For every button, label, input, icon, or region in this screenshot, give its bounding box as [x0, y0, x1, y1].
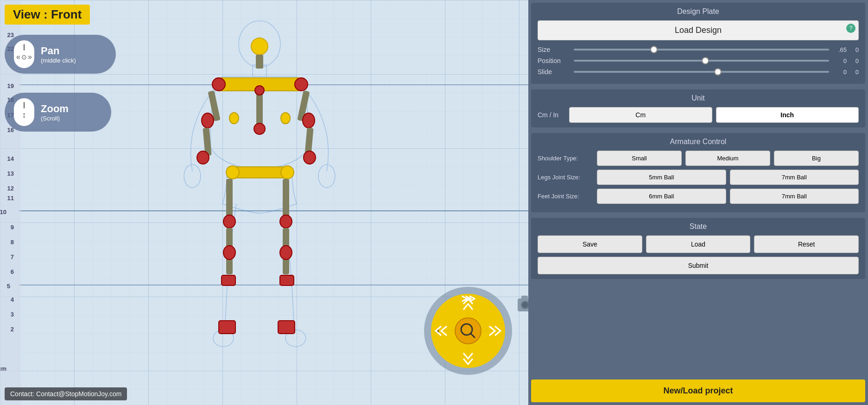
svg-rect-35: [256, 55, 263, 69]
feet-joint-row: Feet Joint Size: 6mm Ball 7mm Ball: [538, 189, 859, 204]
pan-sub: (middle click): [41, 57, 76, 64]
unit-row: Cm / In Cm Inch: [538, 107, 859, 123]
svg-point-30: [184, 165, 201, 188]
feet-6mm-button[interactable]: 6mm Ball: [597, 189, 726, 204]
svg-point-40: [202, 113, 214, 128]
unit-title: Unit: [538, 94, 859, 102]
svg-rect-56: [222, 275, 235, 285]
size-slider-track[interactable]: [574, 49, 829, 51]
svg-point-34: [251, 38, 268, 55]
armature-title: Armature Control: [538, 138, 859, 146]
zoom-hint-text: Zoom (Scroll): [41, 103, 69, 122]
svg-rect-57: [283, 179, 289, 221]
view-label: View : Front: [5, 5, 90, 25]
svg-point-42: [197, 151, 209, 164]
pan-mouse-icon: « ⊙ »: [14, 40, 34, 68]
shoulder-small-button[interactable]: Small: [597, 151, 682, 166]
cm-button[interactable]: Cm: [569, 107, 712, 123]
slide-extra: 0: [850, 69, 859, 76]
viewport: 26 23 22 19 18 17 16 14 13 12 11 10 9 8 …: [0, 0, 528, 405]
nav-wheel[interactable]: ⋙ »: [422, 285, 514, 377]
svg-point-65: [229, 113, 239, 124]
zoom-sub: (Scroll): [41, 115, 69, 122]
svg-point-51: [226, 166, 239, 179]
svg-rect-81: [521, 296, 528, 299]
load-design-button[interactable]: Load Design ?: [538, 20, 859, 40]
position-slider-track[interactable]: [574, 60, 829, 62]
svg-point-38: [295, 78, 308, 91]
feet-7mm-button[interactable]: 7mm Ball: [730, 189, 859, 204]
inch-button[interactable]: Inch: [716, 107, 859, 123]
svg-point-52: [281, 166, 294, 179]
reset-button[interactable]: Reset: [754, 235, 859, 253]
load-button[interactable]: Load: [646, 235, 751, 253]
svg-point-63: [223, 246, 235, 259]
size-row: Size .65 0: [538, 46, 859, 53]
svg-rect-53: [226, 179, 233, 221]
svg-point-64: [280, 246, 292, 259]
legs-joint-row: Legs Joint Size: 5mm Ball 7mm Ball: [538, 170, 859, 185]
legs-label: Legs Joint Size:: [538, 174, 593, 181]
state-section: State Save Load Reset Submit: [531, 218, 865, 279]
design-plate-section: Design Plate Load Design ? Size .65 0 Po…: [531, 3, 865, 84]
svg-point-49: [254, 123, 265, 134]
svg-rect-60: [280, 275, 294, 285]
cm-in-label: Cm / In: [538, 111, 565, 119]
size-label: Size: [538, 46, 570, 53]
svg-point-37: [212, 78, 225, 91]
shoulder-label: Shoulder Type:: [538, 155, 593, 162]
position-row: Position 0 0: [538, 57, 859, 64]
svg-rect-61: [219, 321, 235, 334]
unit-section: Unit Cm / In Cm Inch: [531, 89, 865, 127]
svg-point-80: [522, 302, 528, 308]
pan-title: Pan: [41, 45, 76, 57]
slide-slider-track[interactable]: [574, 71, 829, 73]
svg-point-44: [303, 113, 315, 128]
position-value: 0: [833, 57, 847, 64]
zoom-hint: ↕ Zoom (Scroll): [5, 93, 111, 132]
right-panel: Design Plate Load Design ? Size .65 0 Po…: [528, 0, 868, 405]
slide-row: Slide 0 0: [538, 68, 859, 76]
slide-label: Slide: [538, 68, 570, 76]
svg-rect-62: [278, 321, 295, 334]
svg-point-58: [280, 215, 292, 228]
state-buttons-row: Save Load Reset: [538, 235, 859, 253]
feet-label: Feet Joint Size:: [538, 193, 593, 200]
legs-7mm-button[interactable]: 7mm Ball: [730, 170, 859, 185]
position-slider-thumb[interactable]: [702, 57, 709, 64]
armature-control-section: Armature Control Shoulder Type: Small Me…: [531, 133, 865, 212]
pan-hint-text: Pan (middle click): [41, 45, 76, 64]
contact-info: Contact: Contact@StopMotionJoy.com: [5, 387, 127, 400]
size-value: .65: [833, 46, 847, 53]
position-label: Position: [538, 57, 570, 64]
shoulder-row: Shoulder Type: Small Medium Big: [538, 151, 859, 166]
size-extra: 0: [850, 46, 859, 53]
shoulder-big-button[interactable]: Big: [774, 151, 859, 166]
svg-point-66: [281, 113, 290, 124]
slide-slider-thumb[interactable]: [714, 68, 722, 76]
submit-button[interactable]: Submit: [538, 257, 859, 274]
svg-rect-47: [256, 90, 263, 127]
svg-point-31: [318, 165, 335, 188]
new-load-project-button[interactable]: New/Load project: [531, 380, 865, 402]
save-button[interactable]: Save: [538, 235, 642, 253]
help-icon[interactable]: ?: [846, 24, 855, 33]
legs-5mm-button[interactable]: 5mm Ball: [597, 170, 726, 185]
design-plate-title: Design Plate: [538, 7, 859, 16]
position-extra: 0: [850, 57, 859, 64]
zoom-title: Zoom: [41, 103, 69, 115]
slide-value: 0: [833, 69, 847, 76]
shoulder-medium-button[interactable]: Medium: [685, 151, 770, 166]
camera-icon[interactable]: [517, 294, 528, 316]
pan-hint: « ⊙ » Pan (middle click): [5, 35, 116, 74]
svg-point-48: [255, 86, 264, 95]
zoom-mouse-icon: ↕: [14, 98, 34, 126]
state-title: State: [538, 222, 859, 231]
svg-point-54: [223, 215, 235, 228]
size-slider-thumb[interactable]: [650, 46, 658, 53]
svg-point-46: [304, 151, 316, 164]
